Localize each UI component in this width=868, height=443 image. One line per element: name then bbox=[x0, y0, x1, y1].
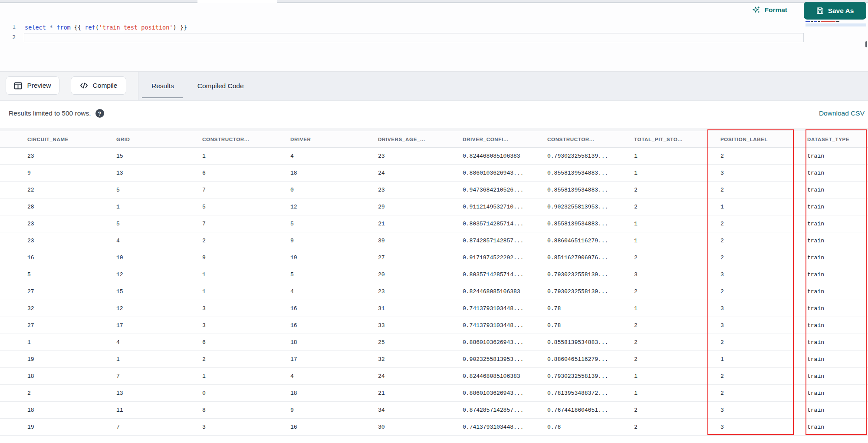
table-cell: 18 bbox=[27, 373, 116, 380]
sql-editor[interactable]: 1 2 select * from {{ ref('train_test_pos… bbox=[0, 3, 868, 71]
table-cell: 29 bbox=[378, 204, 463, 210]
minimap-segment bbox=[811, 21, 813, 22]
editor-minimap[interactable] bbox=[806, 21, 866, 26]
table-cell: 24 bbox=[378, 170, 463, 176]
help-icon[interactable]: ? bbox=[95, 109, 104, 118]
table-cell: train bbox=[807, 221, 868, 227]
table-cell: 2 bbox=[634, 204, 720, 210]
table-cell: train bbox=[807, 424, 868, 430]
active-file-tab[interactable] bbox=[197, 0, 277, 3]
row-limit-text: Results limited to 500 rows. bbox=[9, 109, 91, 117]
table-cell: 2 bbox=[720, 153, 807, 159]
active-line-highlight[interactable] bbox=[24, 33, 804, 42]
table-cell: 7 bbox=[116, 424, 202, 430]
table-cell: 15 bbox=[116, 288, 202, 295]
column-header[interactable]: DRIVER bbox=[290, 137, 378, 142]
table-row: 23575210.8035714285714...0.8558139534883… bbox=[0, 215, 868, 232]
table-cell: train bbox=[807, 407, 868, 413]
active-tab-underline bbox=[142, 97, 183, 98]
table-cell: 7 bbox=[202, 221, 290, 227]
tab-results[interactable]: Results bbox=[151, 79, 174, 93]
compile-button[interactable]: Compile bbox=[71, 76, 126, 95]
table-cell: 5 bbox=[116, 187, 202, 193]
code-line[interactable]: select * from {{ ref('train_test_positio… bbox=[25, 23, 187, 32]
table-cell: 23 bbox=[27, 153, 116, 159]
save-as-label: Save As bbox=[828, 7, 854, 15]
table-cell: train bbox=[807, 390, 868, 397]
save-as-button[interactable]: Save As bbox=[804, 2, 866, 20]
tab-strip-segment bbox=[277, 0, 868, 3]
code-token bbox=[71, 24, 74, 31]
table-cell: 6 bbox=[202, 170, 290, 176]
table-cell: 2 bbox=[720, 373, 807, 380]
table-cell: 23 bbox=[27, 221, 116, 227]
results-toolbar: Preview Compile Results Compiled Code bbox=[0, 71, 868, 101]
code-token: ) bbox=[173, 24, 176, 31]
line-number-2: 2 bbox=[4, 34, 16, 40]
results-table: CIRCUIT_NAMEGRIDCONSTRUCTOR...DRIVERDRIV… bbox=[0, 128, 868, 443]
table-row: 1610919270.9171974522292...0.85116279069… bbox=[0, 249, 868, 266]
code-token bbox=[46, 24, 49, 31]
save-icon bbox=[816, 7, 824, 14]
code-token: select bbox=[25, 24, 46, 31]
column-header[interactable]: CONSTRUCTOR... bbox=[202, 137, 290, 142]
format-button[interactable]: Format bbox=[753, 6, 787, 14]
table-icon bbox=[14, 82, 22, 90]
code-token: from bbox=[56, 24, 71, 31]
download-csv-link[interactable]: Download CSV bbox=[819, 109, 865, 117]
column-header[interactable]: DRIVERS_AGE_... bbox=[378, 137, 463, 142]
table-row: 51215200.8035714285714...0.7930232558139… bbox=[0, 266, 868, 283]
table-cell: 3 bbox=[202, 424, 290, 430]
table-cell: 0.8742857142857... bbox=[463, 407, 547, 413]
column-header[interactable]: GRID bbox=[116, 137, 202, 142]
table-cell: 4 bbox=[290, 288, 378, 295]
table-cell: 0.78 bbox=[547, 305, 634, 312]
row-limit-note: Results limited to 500 rows. ? bbox=[9, 109, 104, 118]
column-header[interactable]: TOTAL_PIT_STO... bbox=[634, 137, 720, 142]
table-cell: 1 bbox=[202, 373, 290, 380]
table-cell: 1 bbox=[202, 153, 290, 159]
table-cell: 1 bbox=[634, 373, 720, 380]
table-cell: 22 bbox=[27, 187, 116, 193]
table-cell: 23 bbox=[378, 153, 463, 159]
editor-scrollbar[interactable] bbox=[865, 41, 867, 47]
table-cell: 0.7930232558139... bbox=[547, 271, 634, 278]
table-cell: 12 bbox=[116, 305, 202, 312]
minimap-segment bbox=[806, 21, 810, 22]
code-token: ref bbox=[85, 24, 95, 31]
column-header[interactable]: CIRCUIT_NAME bbox=[27, 137, 116, 142]
table-cell: 23 bbox=[378, 288, 463, 295]
code-token: * bbox=[49, 24, 53, 31]
line-number-1: 1 bbox=[4, 23, 16, 30]
table-row: 231514230.8244680851063830.7930232558139… bbox=[0, 148, 868, 165]
table-cell: train bbox=[807, 271, 868, 278]
table-cell: 3 bbox=[202, 322, 290, 329]
tab-strip-segment bbox=[0, 0, 197, 3]
column-header[interactable]: POSITION_LABEL bbox=[720, 137, 807, 142]
table-cell: 2 bbox=[202, 356, 290, 363]
table-cell: 1 bbox=[202, 271, 290, 278]
table-cell: 21 bbox=[378, 390, 463, 397]
table-row: 191217320.9023255813953...0.886046511627… bbox=[0, 351, 868, 368]
table-cell: 0.8035714285714... bbox=[463, 271, 547, 278]
column-header[interactable]: CONSTRUCTOR... bbox=[547, 137, 634, 142]
results-info-bar: Results limited to 500 rows. ? Download … bbox=[0, 101, 868, 128]
table-row: 3212316310.7413793103448...0.7813train bbox=[0, 300, 868, 317]
table-cell: 32 bbox=[27, 305, 116, 312]
table-cell: 19 bbox=[290, 255, 378, 261]
table-cell: 11 bbox=[116, 407, 202, 413]
column-header[interactable]: DRIVER_CONFI... bbox=[463, 137, 547, 142]
column-header[interactable]: DATASET_TYPE bbox=[807, 137, 868, 142]
table-cell: 0.7413793103448... bbox=[463, 424, 547, 430]
tab-compiled-code[interactable]: Compiled Code bbox=[197, 79, 244, 93]
table-row: 23429390.8742857142857...0.8860465116279… bbox=[0, 232, 868, 249]
table-cell: 0.8511627906976... bbox=[547, 255, 634, 261]
table-row: 14618250.8860103626943...0.8558139534883… bbox=[0, 334, 868, 351]
preview-button[interactable]: Preview bbox=[6, 76, 59, 95]
table-cell: 0.9023255813953... bbox=[463, 356, 547, 363]
results-tabs: Results Compiled Code bbox=[138, 72, 868, 100]
table-cell: 18 bbox=[290, 170, 378, 176]
table-cell: 2 bbox=[720, 288, 807, 295]
table-cell: 2 bbox=[720, 238, 807, 244]
tab-compiled-code-label: Compiled Code bbox=[197, 82, 244, 89]
